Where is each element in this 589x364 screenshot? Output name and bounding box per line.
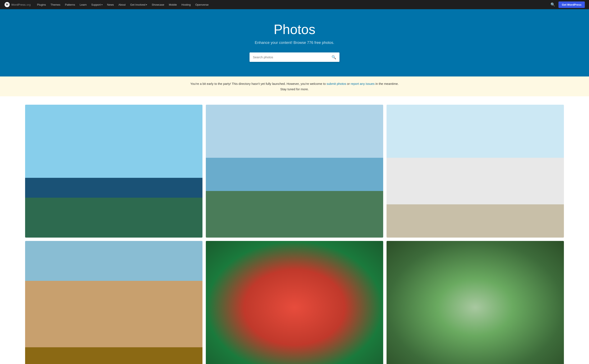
brand-name: WordPress.org bbox=[11, 3, 31, 6]
submit-photos-link[interactable]: submit photos bbox=[327, 82, 346, 85]
brand-logo[interactable]: W WordPress.org bbox=[4, 2, 31, 7]
nav-item-hosting[interactable]: Hosting bbox=[179, 0, 193, 9]
photo-card-1[interactable] bbox=[25, 105, 202, 238]
notice-text-before: You're a bit early to the party! This di… bbox=[190, 82, 326, 85]
nav-item-mobile[interactable]: Mobile bbox=[167, 0, 179, 9]
photo-image-2 bbox=[206, 105, 383, 238]
photo-image-5 bbox=[206, 241, 383, 364]
photo-image-1 bbox=[25, 105, 202, 238]
photo-grid-section bbox=[0, 96, 589, 364]
search-button[interactable]: 🔍 bbox=[328, 52, 339, 62]
photo-card-4[interactable] bbox=[25, 241, 202, 364]
photo-card-6[interactable] bbox=[387, 241, 564, 364]
nav-right: 🔍 Get WordPress bbox=[550, 1, 585, 8]
hero-subtitle: Enhance your content! Browse 776 free ph… bbox=[4, 40, 585, 45]
nav-item-patterns[interactable]: Patterns bbox=[63, 0, 77, 9]
nav-items: Plugins Themes Patterns Learn Support ▾ … bbox=[35, 0, 550, 9]
photo-card-3[interactable] bbox=[387, 105, 564, 238]
hero-title: Photos bbox=[4, 22, 585, 37]
nav-item-news[interactable]: News bbox=[105, 0, 116, 9]
photo-card-5[interactable] bbox=[206, 241, 383, 364]
notice-text-after: in the meantime. bbox=[376, 82, 399, 85]
photo-card-2[interactable] bbox=[206, 105, 383, 238]
nav-item-plugins[interactable]: Plugins bbox=[35, 0, 48, 9]
nav-item-get-involved[interactable]: Get Involved ▾ bbox=[128, 0, 149, 9]
wordpress-icon: W bbox=[4, 2, 10, 7]
search-icon: 🔍 bbox=[331, 55, 336, 59]
nav-item-support[interactable]: Support ▾ bbox=[89, 0, 105, 9]
search-bar: 🔍 bbox=[250, 52, 339, 62]
nav-item-themes[interactable]: Themes bbox=[48, 0, 63, 9]
nav-item-about[interactable]: About bbox=[116, 0, 128, 9]
photo-image-6 bbox=[387, 241, 564, 364]
navbar: W WordPress.org Plugins Themes Patterns … bbox=[0, 0, 589, 9]
nav-search-icon[interactable]: 🔍 bbox=[550, 1, 556, 8]
nav-item-openverse[interactable]: Openverse bbox=[193, 0, 211, 9]
nav-item-showcase[interactable]: Showcase bbox=[150, 0, 166, 9]
svg-text:W: W bbox=[6, 3, 9, 6]
hero-section: Photos Enhance your content! Browse 776 … bbox=[0, 9, 589, 77]
photo-image-3 bbox=[387, 105, 564, 238]
photo-image-4 bbox=[25, 241, 202, 364]
search-input[interactable] bbox=[250, 52, 328, 62]
report-issues-link[interactable]: report any issues bbox=[351, 82, 375, 85]
photo-grid bbox=[25, 105, 564, 364]
get-wordpress-button[interactable]: Get WordPress bbox=[558, 1, 585, 8]
nav-item-learn[interactable]: Learn bbox=[78, 0, 89, 9]
notice-text-line2: Stay tuned for more. bbox=[280, 87, 309, 91]
notice-bar: You're a bit early to the party! This di… bbox=[0, 77, 589, 96]
